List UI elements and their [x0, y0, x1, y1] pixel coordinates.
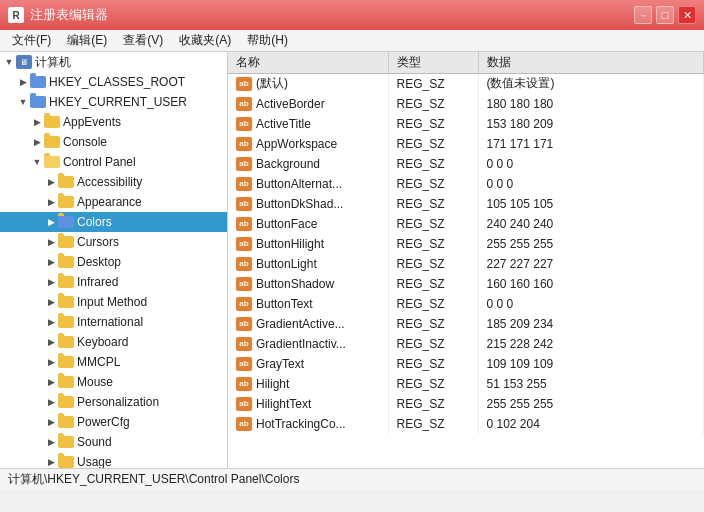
maximize-button[interactable]: □ — [656, 6, 674, 24]
tree-item-controlpanel[interactable]: ▼ Control Panel — [0, 152, 227, 172]
expander-sound[interactable]: ▶ — [44, 435, 58, 449]
tree-item-infrared[interactable]: ▶ Infrared — [0, 272, 227, 292]
tree-item-keyboard[interactable]: ▶ Keyboard — [0, 332, 227, 352]
close-button[interactable]: ✕ — [678, 6, 696, 24]
table-row[interactable]: abButtonAlternat...REG_SZ0 0 0 — [228, 174, 704, 194]
tree-item-appearance[interactable]: ▶ Appearance — [0, 192, 227, 212]
tree-label-computer: 计算机 — [35, 54, 71, 71]
expander-mmcpl[interactable]: ▶ — [44, 355, 58, 369]
tree-item-powercfg[interactable]: ▶ PowerCfg — [0, 412, 227, 432]
folder-icon-console — [44, 136, 60, 148]
folder-icon-infrared — [58, 276, 74, 288]
reg-value-icon: ab — [236, 237, 252, 251]
expander-desktop[interactable]: ▶ — [44, 255, 58, 269]
table-row[interactable]: abActiveBorderREG_SZ180 180 180 — [228, 94, 704, 114]
table-row[interactable]: abHilightREG_SZ51 153 255 — [228, 374, 704, 394]
cell-name: abGrayText — [228, 354, 388, 374]
expander-cursors[interactable]: ▶ — [44, 235, 58, 249]
expander-infrared[interactable]: ▶ — [44, 275, 58, 289]
cell-data: 105 105 105 — [478, 194, 704, 214]
cell-type: REG_SZ — [388, 334, 478, 354]
col-data[interactable]: 数据 — [478, 52, 704, 74]
reg-value-icon: ab — [236, 397, 252, 411]
table-row[interactable]: ab(默认)REG_SZ(数值未设置) — [228, 74, 704, 94]
expander-hkcr[interactable]: ▶ — [16, 75, 30, 89]
reg-value-icon: ab — [236, 377, 252, 391]
expander-mouse[interactable]: ▶ — [44, 375, 58, 389]
table-row[interactable]: abGrayTextREG_SZ109 109 109 — [228, 354, 704, 374]
expander-usage[interactable]: ▶ — [44, 455, 58, 468]
cell-data: 0 102 204 — [478, 414, 704, 434]
minimize-button[interactable]: － — [634, 6, 652, 24]
reg-value-icon: ab — [236, 417, 252, 431]
expander-colors[interactable]: ▶ — [44, 215, 58, 229]
menu-view[interactable]: 查看(V) — [115, 30, 171, 51]
cell-data: 255 255 255 — [478, 234, 704, 254]
computer-icon: 🖥 — [16, 55, 32, 69]
cell-type: REG_SZ — [388, 234, 478, 254]
table-row[interactable]: abButtonShadowREG_SZ160 160 160 — [228, 274, 704, 294]
tree-label-international: International — [77, 315, 143, 329]
col-name[interactable]: 名称 — [228, 52, 388, 74]
expander-appearance[interactable]: ▶ — [44, 195, 58, 209]
cell-name: abButtonFace — [228, 214, 388, 234]
table-row[interactable]: abButtonDkShad...REG_SZ105 105 105 — [228, 194, 704, 214]
tree-item-colors[interactable]: ▶ Colors — [0, 212, 227, 232]
expander-controlpanel[interactable]: ▼ — [30, 155, 44, 169]
tree-item-console[interactable]: ▶ Console — [0, 132, 227, 152]
menu-favorites[interactable]: 收藏夹(A) — [171, 30, 239, 51]
table-row[interactable]: abButtonFaceREG_SZ240 240 240 — [228, 214, 704, 234]
menu-help[interactable]: 帮助(H) — [239, 30, 296, 51]
expander-keyboard[interactable]: ▶ — [44, 335, 58, 349]
tree-item-appevents[interactable]: ▶ AppEvents — [0, 112, 227, 132]
table-row[interactable]: abAppWorkspaceREG_SZ171 171 171 — [228, 134, 704, 154]
tree-label-inputmethod: Input Method — [77, 295, 147, 309]
tree-item-inputmethod[interactable]: ▶ Input Method — [0, 292, 227, 312]
table-row[interactable]: abHilightTextREG_SZ255 255 255 — [228, 394, 704, 414]
tree-item-hkcr[interactable]: ▶ HKEY_CLASSES_ROOT — [0, 72, 227, 92]
menu-edit[interactable]: 编辑(E) — [59, 30, 115, 51]
title-bar-controls: － □ ✕ — [634, 6, 696, 24]
cell-name: abButtonHilight — [228, 234, 388, 254]
tree-panel[interactable]: ▼ 🖥 计算机 ▶ HKEY_CLASSES_ROOT ▼ HKEY_CURRE… — [0, 52, 228, 468]
folder-icon-international — [58, 316, 74, 328]
cell-name: ab(默认) — [228, 74, 388, 94]
folder-icon-controlpanel — [44, 156, 60, 168]
tree-item-usage[interactable]: ▶ Usage — [0, 452, 227, 468]
tree-item-computer[interactable]: ▼ 🖥 计算机 — [0, 52, 227, 72]
cell-type: REG_SZ — [388, 254, 478, 274]
expander-accessibility[interactable]: ▶ — [44, 175, 58, 189]
menu-file[interactable]: 文件(F) — [4, 30, 59, 51]
table-row[interactable]: abBackgroundREG_SZ0 0 0 — [228, 154, 704, 174]
table-row[interactable]: abGradientInactiv...REG_SZ215 228 242 — [228, 334, 704, 354]
tree-item-accessibility[interactable]: ▶ Accessibility — [0, 172, 227, 192]
expander-international[interactable]: ▶ — [44, 315, 58, 329]
values-panel[interactable]: 名称 类型 数据 ab(默认)REG_SZ(数值未设置)abActiveBord… — [228, 52, 704, 468]
expander-console[interactable]: ▶ — [30, 135, 44, 149]
tree-item-personalization[interactable]: ▶ Personalization — [0, 392, 227, 412]
reg-value-icon: ab — [236, 317, 252, 331]
col-type[interactable]: 类型 — [388, 52, 478, 74]
tree-item-mouse[interactable]: ▶ Mouse — [0, 372, 227, 392]
expander-hkcu[interactable]: ▼ — [16, 95, 30, 109]
table-row[interactable]: abGradientActive...REG_SZ185 209 234 — [228, 314, 704, 334]
expander-personalization[interactable]: ▶ — [44, 395, 58, 409]
reg-value-icon: ab — [236, 297, 252, 311]
tree-item-desktop[interactable]: ▶ Desktop — [0, 252, 227, 272]
tree-item-sound[interactable]: ▶ Sound — [0, 432, 227, 452]
table-row[interactable]: abActiveTitleREG_SZ153 180 209 — [228, 114, 704, 134]
cell-type: REG_SZ — [388, 274, 478, 294]
expander-inputmethod[interactable]: ▶ — [44, 295, 58, 309]
table-row[interactable]: abHotTrackingCo...REG_SZ0 102 204 — [228, 414, 704, 434]
tree-item-hkcu[interactable]: ▼ HKEY_CURRENT_USER — [0, 92, 227, 112]
tree-item-mmcpl[interactable]: ▶ MMCPL — [0, 352, 227, 372]
table-row[interactable]: abButtonLightREG_SZ227 227 227 — [228, 254, 704, 274]
table-row[interactable]: abButtonTextREG_SZ0 0 0 — [228, 294, 704, 314]
table-row[interactable]: abButtonHilightREG_SZ255 255 255 — [228, 234, 704, 254]
expander-powercfg[interactable]: ▶ — [44, 415, 58, 429]
expander-computer[interactable]: ▼ — [2, 55, 16, 69]
cell-data: 255 255 255 — [478, 394, 704, 414]
tree-item-international[interactable]: ▶ International — [0, 312, 227, 332]
tree-item-cursors[interactable]: ▶ Cursors — [0, 232, 227, 252]
expander-appevents[interactable]: ▶ — [30, 115, 44, 129]
